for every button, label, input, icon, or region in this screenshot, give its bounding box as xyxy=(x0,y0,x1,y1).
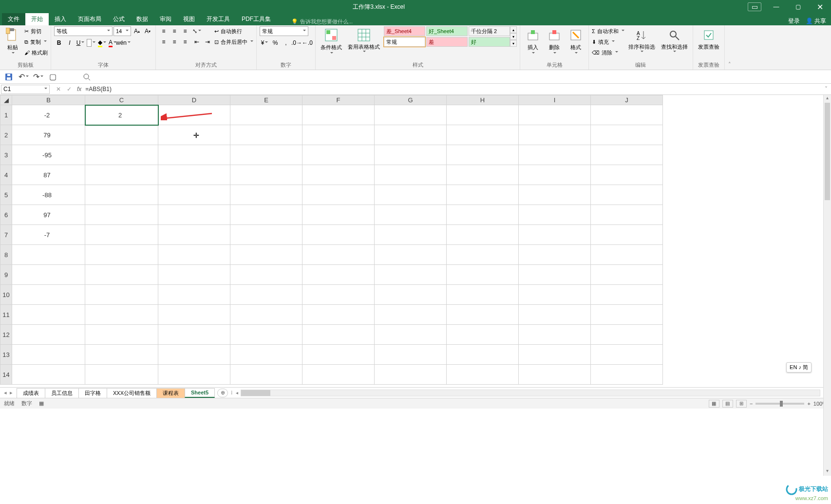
cell-F13[interactable] xyxy=(302,345,375,365)
cell-C3[interactable] xyxy=(85,145,158,165)
enter-formula-button[interactable]: ✓ xyxy=(64,86,74,93)
col-header-G[interactable]: G xyxy=(375,95,447,105)
sheet-tab-课程表[interactable]: 课程表 xyxy=(156,388,185,398)
cell-B11[interactable] xyxy=(12,305,85,325)
invoice-check-button[interactable]: 发票查验 xyxy=(696,26,721,51)
comma-button[interactable]: , xyxy=(281,38,291,48)
cell-I10[interactable] xyxy=(519,285,591,305)
cell-H8[interactable] xyxy=(447,245,519,265)
border-button[interactable] xyxy=(86,38,96,48)
col-header-H[interactable]: H xyxy=(447,95,519,105)
cell-C7[interactable] xyxy=(85,225,158,245)
cell-J5[interactable] xyxy=(591,185,663,205)
cell-I7[interactable] xyxy=(519,225,591,245)
cell-F12[interactable] xyxy=(302,325,375,345)
cell-E12[interactable] xyxy=(230,325,302,345)
cell-D13[interactable] xyxy=(158,345,230,365)
cell-C14[interactable] xyxy=(85,365,158,385)
cell-J10[interactable] xyxy=(591,285,663,305)
tab-file[interactable]: 文件 xyxy=(2,13,25,25)
cell-G14[interactable] xyxy=(375,365,447,385)
row-header-12[interactable]: 12 xyxy=(0,325,12,345)
cell-I8[interactable] xyxy=(519,245,591,265)
cell-F14[interactable] xyxy=(302,365,375,385)
cell-I5[interactable] xyxy=(519,185,591,205)
ribbon-display-options-icon[interactable]: ▭ xyxy=(748,2,761,11)
row-header-7[interactable]: 7 xyxy=(0,225,12,245)
align-left-button[interactable]: ≡ xyxy=(159,37,169,47)
gallery-more-button[interactable]: ▾ xyxy=(510,40,517,47)
col-header-F[interactable]: F xyxy=(302,95,375,105)
view-page-layout-button[interactable]: ▤ xyxy=(722,400,733,408)
underline-button[interactable]: U xyxy=(76,38,85,48)
fill-color-button[interactable]: ◆ xyxy=(97,38,107,48)
cell-C1[interactable]: 2 xyxy=(85,105,158,125)
close-button[interactable]: ✕ xyxy=(809,0,831,14)
cell-C12[interactable] xyxy=(85,325,158,345)
sheet-tab-田字格[interactable]: 田字格 xyxy=(78,388,107,398)
cell-E11[interactable] xyxy=(230,305,302,325)
cell-I4[interactable] xyxy=(519,165,591,185)
conditional-format-button[interactable]: 条件格式 xyxy=(319,26,344,56)
cell-E5[interactable] xyxy=(230,185,302,205)
tab-home[interactable]: 开始 xyxy=(25,13,49,25)
cell-H9[interactable] xyxy=(447,265,519,285)
cell-F2[interactable] xyxy=(302,125,375,145)
cell-D8[interactable] xyxy=(158,245,230,265)
cell-B6[interactable]: 97 xyxy=(12,205,85,225)
tab-review[interactable]: 审阅 xyxy=(154,13,177,25)
cell-C2[interactable] xyxy=(85,125,158,145)
print-preview-button[interactable] xyxy=(82,72,92,82)
cell-E14[interactable] xyxy=(230,365,302,385)
cell-I11[interactable] xyxy=(519,305,591,325)
cell-H11[interactable] xyxy=(447,305,519,325)
login-button[interactable]: 登录 xyxy=(788,17,800,25)
cell-B3[interactable]: -95 xyxy=(12,145,85,165)
row-header-6[interactable]: 6 xyxy=(0,205,12,225)
cell-D6[interactable] xyxy=(158,205,230,225)
cell-D9[interactable] xyxy=(158,265,230,285)
cell-F6[interactable] xyxy=(302,205,375,225)
cell-C13[interactable] xyxy=(85,345,158,365)
cell-E10[interactable] xyxy=(230,285,302,305)
paste-button[interactable]: 粘贴 xyxy=(3,26,22,56)
select-all-corner[interactable]: ◢ xyxy=(0,95,12,105)
cell-F3[interactable] xyxy=(302,145,375,165)
col-header-J[interactable]: J xyxy=(591,95,663,105)
cell-F1[interactable] xyxy=(302,105,375,125)
cell-D1[interactable] xyxy=(158,105,230,125)
delete-cells-button[interactable]: 删除 xyxy=(545,26,564,56)
cell-F5[interactable] xyxy=(302,185,375,205)
zoom-slider[interactable] xyxy=(755,403,804,405)
sheet-tab-员工信息[interactable]: 员工信息 xyxy=(45,388,79,398)
cell-E9[interactable] xyxy=(230,265,302,285)
scroll-thumb[interactable] xyxy=(825,103,830,200)
row-header-2[interactable]: 2 xyxy=(0,125,12,145)
cell-C5[interactable] xyxy=(85,185,158,205)
tab-formulas[interactable]: 公式 xyxy=(107,13,131,25)
save-button[interactable] xyxy=(4,72,14,82)
expand-formula-bar-button[interactable]: ˅ xyxy=(821,86,831,93)
spreadsheet-grid[interactable]: ◢ B C D E F G H I J 1-222793-954875-8869… xyxy=(0,95,831,387)
decrease-indent-button[interactable]: ⇤ xyxy=(192,37,202,47)
cell-C4[interactable] xyxy=(85,165,158,185)
cell-B5[interactable]: -88 xyxy=(12,185,85,205)
col-header-E[interactable]: E xyxy=(230,95,302,105)
zoom-in-button[interactable]: + xyxy=(807,401,810,407)
scroll-left-button[interactable]: ◂ xyxy=(233,390,241,395)
row-header-11[interactable]: 11 xyxy=(0,305,12,325)
cell-J6[interactable] xyxy=(591,205,663,225)
increase-font-button[interactable]: A▴ xyxy=(132,26,142,36)
collapse-ribbon-button[interactable]: ˄ xyxy=(725,25,735,70)
col-header-D[interactable]: D xyxy=(158,95,230,105)
cell-D14[interactable] xyxy=(158,365,230,385)
cell-B2[interactable]: 79 xyxy=(12,125,85,145)
cell-B4[interactable]: 87 xyxy=(12,165,85,185)
vertical-scrollbar[interactable]: ▴ ▾ xyxy=(823,95,831,476)
cell-E2[interactable] xyxy=(230,125,302,145)
increase-decimal-button[interactable]: .0→ xyxy=(292,38,302,48)
style-good[interactable]: 好 xyxy=(469,37,510,47)
cell-I2[interactable] xyxy=(519,125,591,145)
cell-I1[interactable] xyxy=(519,105,591,125)
tab-data[interactable]: 数据 xyxy=(131,13,154,25)
